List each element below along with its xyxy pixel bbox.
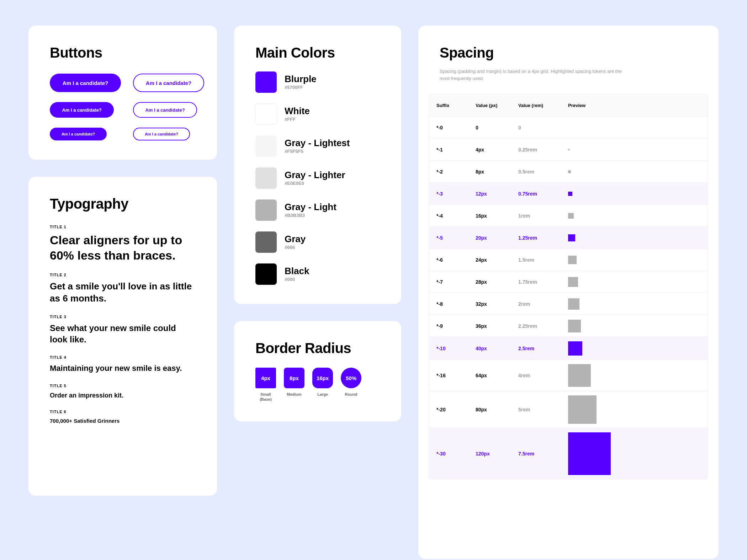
typography-title: Typography	[50, 196, 196, 212]
typography-sample: Clear aligners for up to 60% less than b…	[50, 233, 196, 263]
spacing-value-px: 24px	[476, 257, 518, 263]
spacing-suffix: *-1	[436, 147, 476, 153]
spacing-value-rem: 1.75rem	[518, 279, 568, 285]
spacing-preview-box	[568, 432, 611, 475]
spacing-value-rem: 1rem	[518, 213, 568, 219]
color-row: Blurple#5700FF	[255, 71, 380, 93]
spacing-preview-box	[568, 149, 569, 150]
color-hex: #666	[285, 245, 306, 250]
buttons-title: Buttons	[50, 45, 196, 61]
spacing-value-rem: 0	[518, 125, 568, 130]
button-outline-small[interactable]: Am I a candidate?	[133, 128, 190, 140]
typography-sample: Get a smile you'll love in as little as …	[50, 281, 196, 305]
spacing-value-px: 12px	[476, 191, 518, 197]
border-radius-card: Border Radius 4pxSmall(Base)8pxMedium16p…	[234, 321, 401, 421]
spacing-preview	[568, 320, 700, 332]
spacing-value-px: 8px	[476, 169, 518, 175]
spacing-suffix: *-30	[436, 451, 476, 457]
color-name: Gray - Lighter	[285, 170, 345, 180]
typography-sample: Maintaining your new smile is easy.	[50, 363, 196, 374]
spacing-row: *-30120px7.5rem	[429, 428, 708, 479]
color-name: White	[285, 106, 310, 116]
typography-label: TITLE 1	[50, 225, 196, 229]
spacing-preview-box	[568, 170, 571, 173]
spacing-preview-box	[568, 213, 574, 219]
spacing-table: Suffix Value (px) Value (rem) Preview *-…	[429, 94, 708, 479]
radius-box: 4px	[255, 368, 276, 388]
radius-item: 16pxLarge	[312, 368, 333, 402]
spacing-suffix: *-6	[436, 257, 476, 263]
color-swatch	[255, 167, 277, 189]
color-hex: #FFF	[285, 117, 310, 122]
spacing-value-px: 64px	[476, 373, 518, 378]
button-solid-medium[interactable]: Am I a candidate?	[50, 102, 114, 118]
spacing-preview	[568, 213, 700, 219]
spacing-preview-box	[568, 364, 591, 387]
spacing-value-px: 120px	[476, 451, 518, 457]
color-swatch	[255, 103, 277, 125]
spacing-suffix: *-0	[436, 125, 476, 130]
spacing-value-rem: 1.25rem	[518, 235, 568, 241]
spacing-preview-box	[568, 234, 575, 241]
spacing-value-px: 28px	[476, 279, 518, 285]
spacing-preview-box	[568, 320, 581, 332]
color-row: Gray#666	[255, 231, 380, 253]
spacing-value-px: 80px	[476, 407, 518, 412]
button-outline-large[interactable]: Am I a candidate?	[133, 74, 204, 92]
typography-label: TITLE 3	[50, 315, 196, 319]
color-hex: #000	[285, 277, 309, 282]
colors-card: Main Colors Blurple#5700FFWhite#FFFGray …	[234, 26, 401, 304]
spacing-preview	[568, 170, 700, 173]
spacing-suffix: *-7	[436, 279, 476, 285]
spacing-header-rem: Value (rem)	[518, 103, 568, 108]
spacing-preview	[568, 277, 700, 287]
color-name: Gray - Lightest	[285, 138, 350, 148]
radius-label: Large	[317, 392, 328, 397]
color-swatch	[255, 199, 277, 221]
color-swatch	[255, 263, 277, 285]
spacing-preview-box	[568, 277, 578, 287]
color-name: Blurple	[285, 74, 317, 84]
button-solid-large[interactable]: Am I a candidate?	[50, 74, 121, 92]
spacing-preview	[568, 192, 700, 196]
spacing-preview	[568, 234, 700, 241]
spacing-suffix: *-3	[436, 191, 476, 197]
spacing-value-rem: 0.5rem	[518, 169, 568, 175]
spacing-preview	[568, 298, 700, 310]
typography-sample: 700,000+ Satisfied Grinners	[50, 417, 196, 425]
radius-label: Round	[345, 392, 357, 397]
spacing-suffix: *-10	[436, 346, 476, 351]
spacing-row: *-1040px2.5rem	[429, 337, 708, 359]
color-row: Black#000	[255, 263, 380, 285]
spacing-row: *-312px0.75rem	[429, 182, 708, 204]
spacing-row: *-28px0.5rem	[429, 160, 708, 182]
spacing-row: *-520px1.25rem	[429, 226, 708, 249]
spacing-value-rem: 2.5rem	[518, 346, 568, 351]
spacing-value-px: 4px	[476, 147, 518, 153]
buttons-card: Buttons Am I a candidate? Am I a candida…	[28, 26, 217, 160]
button-outline-medium[interactable]: Am I a candidate?	[133, 102, 197, 118]
spacing-preview-box	[568, 395, 597, 424]
spacing-row: *-624px1.5rem	[429, 249, 708, 271]
radius-item: 50%Round	[341, 368, 361, 402]
spacing-value-px: 16px	[476, 213, 518, 219]
color-swatch	[255, 71, 277, 93]
spacing-value-rem: 2rem	[518, 301, 568, 307]
radius-box: 8px	[284, 368, 304, 388]
color-name: Gray - Light	[285, 202, 337, 212]
typography-label: TITLE 6	[50, 410, 196, 414]
spacing-header-px: Value (px)	[476, 103, 518, 108]
spacing-value-rem: 4rem	[518, 373, 568, 378]
button-solid-small[interactable]: Am I a candidate?	[50, 128, 107, 140]
spacing-value-rem: 2.25rem	[518, 323, 568, 329]
radius-label: Small(Base)	[260, 392, 272, 402]
typography-label: TITLE 4	[50, 355, 196, 359]
spacing-row: *-1664px4rem	[429, 359, 708, 391]
spacing-suffix: *-4	[436, 213, 476, 219]
spacing-suffix: *-16	[436, 373, 476, 378]
color-row: Gray - Light#B3B3B3	[255, 199, 380, 221]
spacing-value-px: 32px	[476, 301, 518, 307]
spacing-row: *-728px1.75rem	[429, 271, 708, 293]
spacing-suffix: *-2	[436, 169, 476, 175]
spacing-preview	[568, 395, 700, 424]
